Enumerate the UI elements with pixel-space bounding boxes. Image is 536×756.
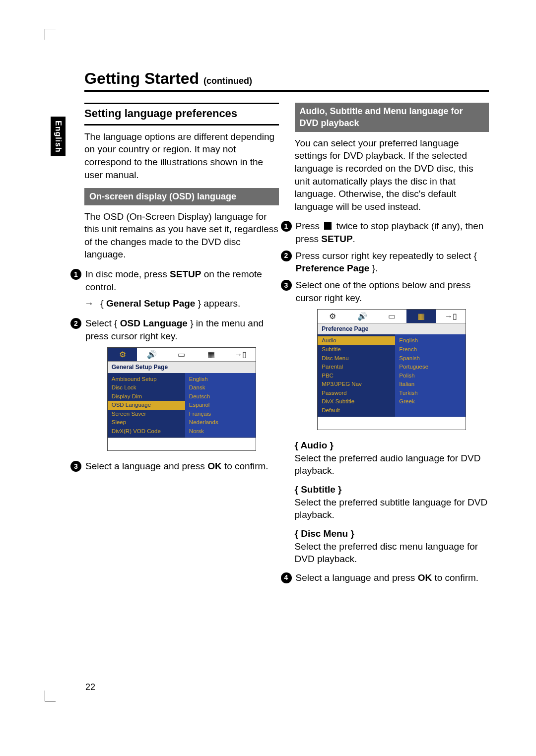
option-title: { Disc Menu }: [295, 527, 489, 540]
osd-item: DivX Subtitle: [318, 397, 395, 406]
osd-item: Français: [185, 410, 256, 419]
osd-tab-icon: →▯: [226, 348, 256, 361]
option-audio: { Audio } Select the preferred audio lan…: [295, 439, 489, 477]
osd-footer: [318, 417, 466, 430]
osd-item: Portuguese: [395, 363, 466, 372]
osd-item: Polish: [395, 372, 466, 380]
crop-mark-bottom-left: [45, 691, 56, 701]
osd-item: Spanish: [395, 354, 466, 363]
step-body: Press twice to stop playback (if any), t…: [296, 220, 489, 245]
osd-item: Ambisound Setup: [108, 375, 185, 384]
crop-mark-top-left: [45, 29, 56, 40]
step-1: 1 Press twice to stop playback (if any),…: [281, 220, 489, 245]
step-2: 2 Select { OSD Language } in the menu an…: [70, 317, 279, 342]
osd-tab-icon: ⚙: [108, 348, 137, 361]
osd-item: Dansk: [185, 383, 256, 392]
osd-item: Turkish: [395, 389, 466, 398]
osd-item-selected: OSD Language: [108, 401, 185, 410]
osd-tab-bar: ⚙ 🔊 ▭ ▦ →▯: [318, 310, 466, 323]
page-title: Getting Started (continued): [84, 69, 489, 92]
step-number-icon: 3: [281, 280, 292, 291]
left-column: Setting language preferences The languag…: [84, 103, 279, 588]
option-body: Select the preferred subtitle language f…: [295, 496, 489, 521]
step-body: Select a language and press OK to confir…: [85, 460, 279, 473]
osd-tab-icon: ▭: [167, 348, 197, 361]
osd-item: Disc Menu: [318, 354, 395, 363]
osd-tab-icon: 🔊: [137, 348, 167, 361]
osd-item: Italian: [395, 380, 466, 389]
osd-item: English: [185, 375, 256, 384]
step-number-icon: 1: [281, 221, 292, 232]
stop-icon: [324, 222, 332, 230]
title-continued: (continued): [203, 76, 252, 86]
osd-tab-icon: 🔊: [347, 310, 377, 323]
osd-tab-bar: ⚙ 🔊 ▭ ▦ →▯: [108, 348, 256, 362]
osd-item: Greek: [395, 397, 466, 406]
osd-left-list: Audio Subtitle Disc Menu Parental PBC MP…: [318, 334, 395, 417]
step-number-icon: 3: [70, 461, 81, 472]
osd-item: Parental: [318, 363, 395, 372]
two-column-layout: Setting language preferences The languag…: [84, 103, 489, 588]
step-4: 4 Select a language and press OK to conf…: [281, 571, 489, 584]
osd-heading-bar: On-screen display (OSD) language: [84, 188, 279, 205]
step-body: Select { OSD Language } in the menu and …: [85, 317, 279, 342]
osd-tab-icon: ▦: [406, 310, 436, 323]
osd-screenshot-general: ⚙ 🔊 ▭ ▦ →▯ General Setup Page Ambisound …: [107, 347, 256, 451]
osd-item: MP3/JPEG Nav: [318, 380, 395, 389]
osd-item: Screen Saver: [108, 410, 185, 419]
osd-body: Ambisound Setup Disc Lock Display Dim OS…: [108, 373, 256, 438]
step-2: 2 Press cursor right key repeatedly to s…: [281, 250, 489, 275]
osd-item: Subtitle: [318, 345, 395, 354]
step-number-icon: 2: [281, 251, 292, 261]
osd-tab-icon: →▯: [436, 310, 466, 323]
step-body: Press cursor right key repeatedly to sel…: [296, 250, 489, 275]
option-disc-menu: { Disc Menu } Select the preferred disc …: [295, 527, 489, 566]
option-body: Select the preferred audio language for …: [295, 452, 489, 477]
osd-item: Norsk: [185, 427, 256, 436]
osd-tab-icon: ▭: [377, 310, 406, 323]
step-number-icon: 1: [70, 269, 81, 280]
step-body: Select a language and press OK to confir…: [296, 571, 489, 584]
step-1: 1 In disc mode, press SETUP on the remot…: [70, 268, 279, 293]
osd-tab-icon: ▦: [197, 348, 226, 361]
right-column: Audio, Subtitle and Menu language for DV…: [295, 103, 489, 588]
title-main: Getting Started: [84, 69, 199, 87]
option-title: { Subtitle }: [295, 483, 489, 496]
osd-item: Nederlands: [185, 418, 256, 427]
osd-item: DivX(R) VOD Code: [108, 427, 185, 436]
osd-item: PBC: [318, 372, 395, 380]
osd-item: Espanöl: [185, 401, 256, 410]
osd-footer: [108, 438, 256, 450]
osd-item: Display Dim: [108, 392, 185, 401]
osd-screenshot-preference: ⚙ 🔊 ▭ ▦ →▯ Preference Page Audio Subtitl…: [317, 309, 466, 430]
osd-item: Deutsch: [185, 392, 256, 401]
option-title: { Audio }: [295, 439, 489, 452]
step-3: 3 Select a language and press OK to conf…: [70, 460, 279, 473]
step-body: In disc mode, press SETUP on the remote …: [85, 268, 279, 293]
dvd-lang-heading-bar: Audio, Subtitle and Menu language for DV…: [295, 103, 489, 132]
osd-right-list: English French Spanish Portuguese Polish…: [395, 334, 466, 417]
osd-body: Audio Subtitle Disc Menu Parental PBC MP…: [318, 334, 466, 417]
dvd-lang-intro: You can select your preferred language s…: [295, 137, 489, 213]
osd-paragraph: The OSD (On-Screen Display) language for…: [84, 210, 279, 261]
osd-item: French: [395, 345, 466, 354]
osd-right-list: English Dansk Deutsch Espanöl Français N…: [185, 373, 256, 438]
osd-item: English: [395, 336, 466, 345]
section-heading: Setting language preferences: [84, 103, 279, 126]
osd-item-selected: Audio: [318, 336, 395, 345]
option-subtitle: { Subtitle } Select the preferred subtit…: [295, 483, 489, 521]
option-body: Select the preferred disc menu language …: [295, 540, 489, 566]
osd-left-list: Ambisound Setup Disc Lock Display Dim OS…: [108, 373, 185, 438]
osd-page-header: General Setup Page: [108, 362, 256, 373]
page-content: Getting Started (continued) Setting lang…: [50, 69, 489, 588]
step-number-icon: 4: [281, 572, 292, 583]
step-number-icon: 2: [70, 318, 81, 329]
osd-page-header: Preference Page: [318, 323, 466, 334]
osd-item: Default: [318, 406, 395, 415]
osd-item: Sleep: [108, 418, 185, 427]
osd-item: Password: [318, 389, 395, 398]
page-number: 22: [85, 682, 95, 693]
intro-paragraph: The language options are different depen…: [84, 130, 279, 182]
osd-tab-icon: ⚙: [318, 310, 347, 323]
result-line: { General Setup Page } appears.: [84, 297, 279, 310]
